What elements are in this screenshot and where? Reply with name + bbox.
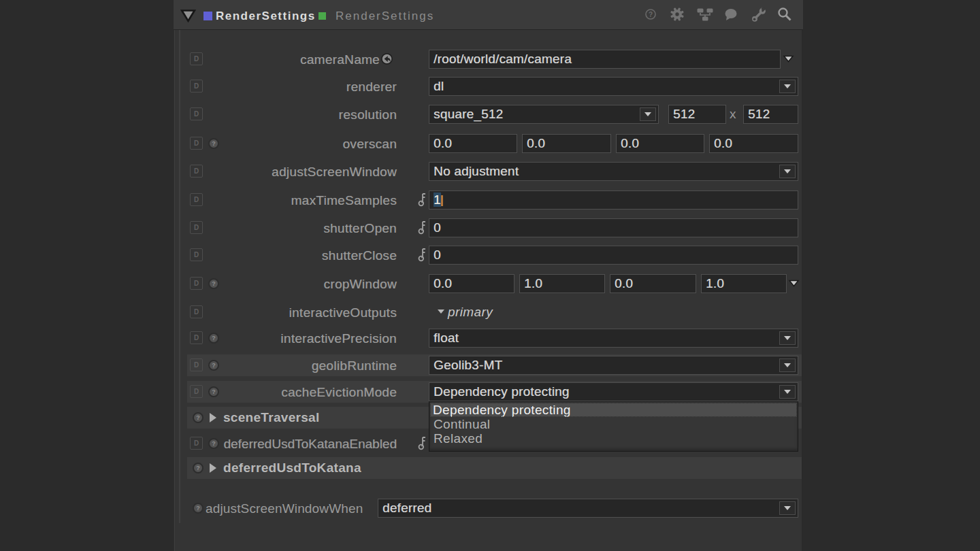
svg-text:?: ? bbox=[649, 11, 653, 18]
